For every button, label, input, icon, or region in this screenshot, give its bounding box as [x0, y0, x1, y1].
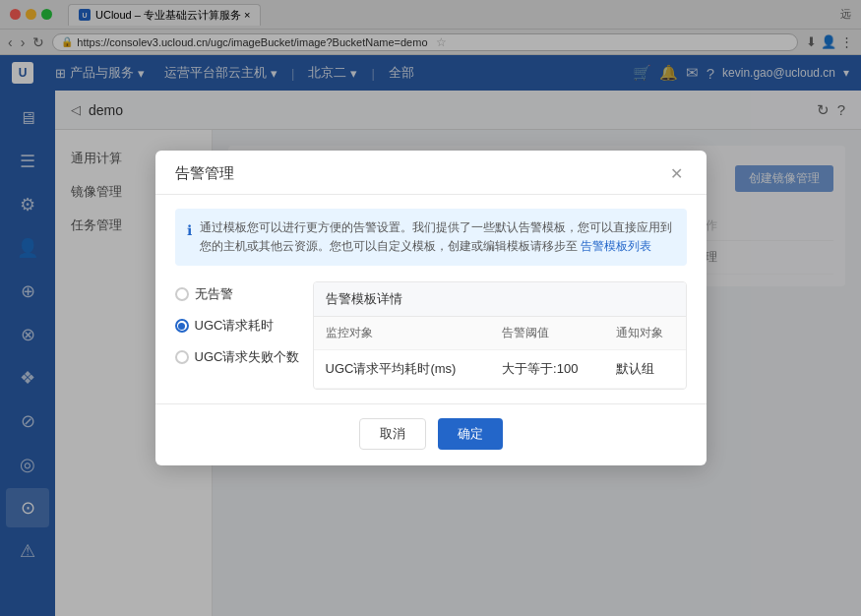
- radio-ugc-fail[interactable]: UGC请求失败个数: [175, 348, 313, 366]
- radio-ugc-fail-circle: [175, 350, 189, 364]
- col-threshold: 告警阈值: [490, 317, 604, 350]
- modal-dialog: 告警管理 ✕ ℹ 通过模板您可以进行更方便的告警设置。我们提供了一些默认告警模板…: [155, 151, 707, 465]
- radio-ugc-time[interactable]: UGC请求耗时: [175, 317, 313, 335]
- template-list-link[interactable]: 告警模板列表: [581, 239, 651, 253]
- modal-close-button[interactable]: ✕: [667, 164, 687, 184]
- cancel-button[interactable]: 取消: [359, 418, 426, 450]
- template-table: 监控对象 告警阈值 通知对象 UGC请求平均耗时(ms) 大于等于:100 默认…: [314, 317, 686, 389]
- monitor-object: UGC请求平均耗时(ms): [314, 350, 491, 389]
- col-monitor: 监控对象: [314, 317, 491, 350]
- modal-content-row: 无告警 UGC请求耗时 UGC请求失败个数 告警模板详情: [175, 281, 687, 390]
- modal-body: ℹ 通过模板您可以进行更方便的告警设置。我们提供了一些默认告警模板，您可以直接应…: [155, 195, 707, 403]
- ugc-fail-label: UGC请求失败个数: [195, 348, 300, 366]
- info-text: 通过模板您可以进行更方便的告警设置。我们提供了一些默认告警模板，您可以直接应用到…: [200, 218, 675, 256]
- template-detail: 告警模板详情 监控对象 告警阈值 通知对象 UGC请求平均耗时(ms): [313, 281, 687, 390]
- template-detail-header: 告警模板详情: [314, 282, 686, 317]
- modal-title: 告警管理: [175, 164, 234, 183]
- template-row: UGC请求平均耗时(ms) 大于等于:100 默认组: [314, 350, 686, 389]
- info-icon: ℹ: [187, 219, 192, 241]
- col-notify: 通知对象: [604, 317, 685, 350]
- radio-ugc-time-circle: [175, 319, 189, 333]
- modal-info-bar: ℹ 通过模板您可以进行更方便的告警设置。我们提供了一些默认告警模板，您可以直接应…: [175, 209, 687, 266]
- radio-no-alert-circle: [175, 287, 189, 301]
- threshold-value: 大于等于:100: [490, 350, 604, 389]
- ugc-time-label: UGC请求耗时: [195, 317, 275, 335]
- modal-overlay[interactable]: 告警管理 ✕ ℹ 通过模板您可以进行更方便的告警设置。我们提供了一些默认告警模板…: [0, 0, 861, 616]
- notify-target: 默认组: [604, 350, 685, 389]
- modal-header: 告警管理 ✕: [155, 151, 707, 195]
- radio-no-alert[interactable]: 无告警: [175, 285, 313, 303]
- confirm-button[interactable]: 确定: [438, 418, 503, 450]
- no-alert-label: 无告警: [195, 285, 233, 303]
- modal-footer: 取消 确定: [155, 403, 707, 465]
- alert-options: 无告警 UGC请求耗时 UGC请求失败个数: [175, 281, 313, 390]
